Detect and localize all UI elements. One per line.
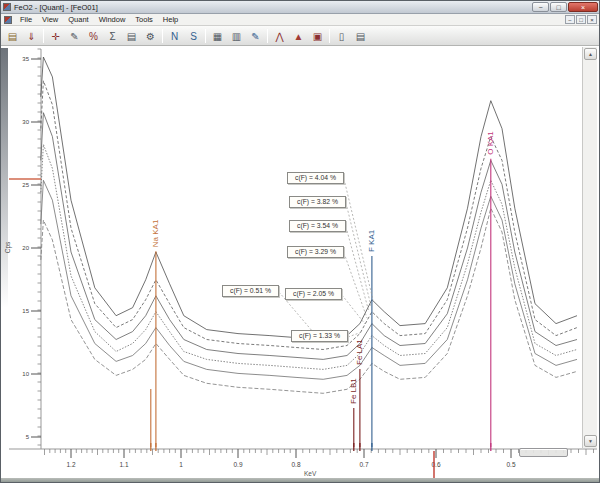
svg-text:0.6: 0.6 bbox=[431, 461, 440, 468]
toolbar-separator bbox=[43, 29, 44, 43]
app-icon bbox=[3, 3, 11, 11]
svg-text:1.2: 1.2 bbox=[66, 461, 75, 468]
minimize-button[interactable]: − bbox=[532, 2, 549, 12]
element-s-icon[interactable]: S bbox=[185, 28, 202, 44]
close-button[interactable]: × bbox=[568, 2, 598, 12]
mdi-close-button[interactable]: × bbox=[587, 15, 597, 24]
spectra-overlay-icon[interactable]: ▲ bbox=[290, 28, 307, 44]
concentration-callout[interactable]: c(F) = 3.82 % bbox=[289, 196, 346, 208]
concentration-callout[interactable]: c(F) = 2.05 % bbox=[285, 288, 342, 300]
svg-text:20: 20 bbox=[22, 245, 29, 251]
peak-id-icon[interactable]: ⋀ bbox=[271, 28, 288, 44]
window-title: FeO2 - [Quant] - [FeO01] bbox=[14, 3, 98, 12]
svg-text:35: 35 bbox=[22, 56, 29, 62]
svg-text:0.5: 0.5 bbox=[506, 461, 515, 468]
menu-item-help[interactable]: Help bbox=[158, 15, 183, 24]
svg-text:30: 30 bbox=[22, 119, 29, 125]
svg-text:0.7: 0.7 bbox=[359, 461, 368, 468]
menu-bar: FileViewQuantWindowToolsHelp bbox=[1, 14, 599, 26]
acquire-spectrum-icon[interactable]: ✛ bbox=[47, 28, 64, 44]
new-document-icon[interactable]: ▯ bbox=[333, 28, 350, 44]
toolbar: ▤⇓✛✎%Σ▤⚙NS▦▥✎⋀▲▣▯▤ bbox=[1, 26, 599, 46]
svg-text:25: 25 bbox=[22, 182, 29, 188]
scroll-down-icon[interactable]: ▼ bbox=[584, 435, 597, 447]
annotate-icon[interactable]: ✎ bbox=[66, 28, 83, 44]
svg-text:O KA1: O KA1 bbox=[486, 131, 495, 155]
maximize-button[interactable]: □ bbox=[550, 2, 567, 12]
mdi-minimize-button[interactable]: − bbox=[565, 15, 575, 24]
menu-item-quant[interactable]: Quant bbox=[63, 15, 93, 24]
svg-text:Na KA1: Na KA1 bbox=[151, 219, 160, 247]
report-view-icon[interactable]: ▥ bbox=[228, 28, 245, 44]
mdi-document-icon bbox=[4, 16, 12, 24]
toolbar-separator bbox=[329, 29, 330, 43]
window-bottom-edge bbox=[1, 478, 600, 483]
scroll-up-icon[interactable]: ▲ bbox=[584, 48, 597, 60]
toolbar-separator bbox=[162, 29, 163, 43]
svg-text:Fe LB1: Fe LB1 bbox=[349, 378, 358, 404]
svg-text:1.1: 1.1 bbox=[119, 461, 128, 468]
x-scroll-thumb[interactable] bbox=[519, 448, 568, 457]
window-edge-shadow bbox=[1, 48, 8, 308]
toolbar-separator bbox=[267, 29, 268, 43]
concentration-callout[interactable]: c(F) = 0.51 % bbox=[222, 285, 279, 297]
sum-spectrum-icon[interactable]: Σ bbox=[104, 28, 121, 44]
y-axis-title: Cps bbox=[4, 242, 11, 254]
svg-text:1: 1 bbox=[179, 461, 183, 468]
concentration-callout[interactable]: c(F) = 3.54 % bbox=[289, 220, 346, 232]
chart-window: 35302520151051.21.110.90.80.70.60.5Na KA… bbox=[1, 46, 600, 483]
title-bar: FeO2 - [Quant] - [FeO01] − □ × bbox=[1, 1, 599, 14]
svg-text:15: 15 bbox=[22, 308, 29, 314]
concentration-callout[interactable]: c(F) = 1.33 % bbox=[291, 330, 348, 342]
menu-item-file[interactable]: File bbox=[15, 15, 37, 24]
settings-icon[interactable]: ⚙ bbox=[142, 28, 159, 44]
quantify-percent-icon[interactable]: % bbox=[85, 28, 102, 44]
edit-labels-icon[interactable]: ✎ bbox=[247, 28, 264, 44]
x-axis-title: KeV bbox=[304, 470, 316, 477]
chart-plot-area[interactable]: 35302520151051.21.110.90.80.70.60.5Na KA… bbox=[1, 46, 600, 483]
mdi-restore-button[interactable]: □ bbox=[576, 15, 586, 24]
vertical-scrollbar[interactable]: ▲ ▼ bbox=[582, 47, 597, 448]
menu-item-view[interactable]: View bbox=[37, 15, 63, 24]
element-n-icon[interactable]: N bbox=[166, 28, 183, 44]
svg-text:F KA1: F KA1 bbox=[367, 229, 376, 252]
save-results-icon[interactable]: ▣ bbox=[309, 28, 326, 44]
print-icon[interactable]: ▤ bbox=[352, 28, 369, 44]
svg-text:Fe LA1: Fe LA1 bbox=[355, 339, 364, 365]
menu-item-tools[interactable]: Tools bbox=[130, 15, 158, 24]
svg-text:0.8: 0.8 bbox=[291, 461, 300, 468]
print-preview-icon[interactable]: ▤ bbox=[123, 28, 140, 44]
application-window: FeO2 - [Quant] - [FeO01] − □ × FileViewQ… bbox=[0, 0, 600, 483]
table-view-icon[interactable]: ▦ bbox=[209, 28, 226, 44]
svg-text:10: 10 bbox=[22, 371, 29, 377]
concentration-callout[interactable]: c(F) = 3.29 % bbox=[287, 246, 344, 258]
svg-text:0.9: 0.9 bbox=[233, 461, 242, 468]
concentration-callout[interactable]: c(F) = 4.04 % bbox=[287, 172, 344, 184]
open-file-icon[interactable]: ▤ bbox=[4, 28, 21, 44]
menu-item-window[interactable]: Window bbox=[94, 15, 131, 24]
toolbar-separator bbox=[205, 29, 206, 43]
import-spectrum-icon[interactable]: ⇓ bbox=[23, 28, 40, 44]
